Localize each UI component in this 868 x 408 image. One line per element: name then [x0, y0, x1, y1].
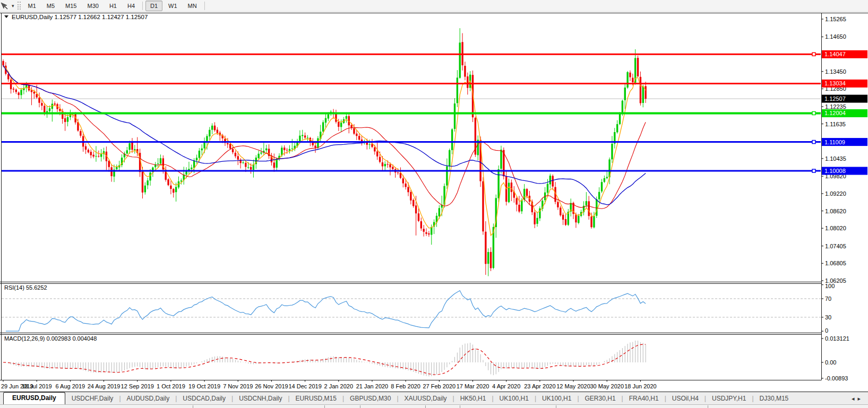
chart-tab-eurusd-m15[interactable]: EURUSD,M15: [290, 393, 342, 404]
svg-text:1.13034: 1.13034: [824, 80, 846, 86]
svg-text:1.12507: 1.12507: [824, 96, 846, 102]
crosshair-tool-button[interactable]: [0, 2, 10, 10]
timeframe-button-m15[interactable]: M15: [61, 1, 81, 11]
y-axis-tick-label: 1.08620: [825, 208, 846, 214]
chart-tab-ger30-h1[interactable]: GER30,H1: [580, 393, 621, 404]
chart-title: EURUSD,Daily 1.12577 1.12662 1.12427 1.1…: [4, 14, 148, 20]
chart-tab-gbpusd-m30[interactable]: GBPUSD,M30: [345, 393, 396, 404]
x-axis-date-label: 6 Aug 2019: [56, 383, 85, 389]
chart-tab-usoil-h4[interactable]: USOil,H4: [667, 393, 704, 404]
line-handle[interactable]: [812, 53, 815, 56]
y-axis-tick-label: 1.08020: [825, 225, 846, 231]
price-axis-label: 1.12507: [822, 95, 867, 103]
y-axis-tick-label: 1.14650: [825, 33, 846, 40]
status-strip-separator: [460, 405, 460, 408]
line-handle[interactable]: [812, 141, 815, 144]
rsi-axis-label: 30: [825, 314, 831, 320]
x-axis-date-label: 23 Apr 2020: [524, 383, 555, 389]
rsi-label: RSI(14) 55.6252: [4, 284, 47, 291]
macd-axis-label: -0.00893: [825, 375, 848, 381]
toolbar-divider: [142, 2, 143, 10]
x-axis-date-label: 30 May 2020: [590, 383, 624, 389]
chart-tab-fra40-h1[interactable]: FRA40,H1: [624, 393, 664, 404]
timeframe-button-mn[interactable]: MN: [183, 1, 202, 11]
chart-tab-xauusd-daily[interactable]: XAUUSD,Daily: [399, 393, 452, 404]
x-axis-date-label: 21 Jan 2020: [356, 383, 389, 389]
toolbar-grip-handle[interactable]: [18, 2, 21, 10]
status-strip-separator: [708, 405, 708, 408]
y-axis-tick-label: 1.13450: [825, 68, 846, 75]
price-axis-label: 1.11009: [822, 138, 867, 146]
chart-tab-hk50-h1[interactable]: HK50,H1: [455, 393, 492, 404]
chart-tab-audusd-daily[interactable]: AUDUSD,Daily: [122, 393, 175, 404]
y-axis-tick-label: 1.07405: [825, 243, 846, 249]
timeframe-toolbar: ▾ M1M5M15M30H1H4D1W1MN: [0, 0, 868, 12]
x-axis-date-label: 14 Dec 2019: [288, 383, 321, 389]
price-axis-label: 1.14047: [822, 50, 867, 58]
tab-scroll-arrows[interactable]: ◂▸: [852, 395, 864, 402]
line-handle[interactable]: [812, 169, 815, 172]
price-axis-label: 1.10008: [822, 167, 867, 175]
toolbar-divider: [204, 2, 205, 10]
price-chart-svg[interactable]: 1.152651.146501.134501.128501.122351.116…: [0, 12, 868, 392]
chart-tabs: EURUSD,DailyUSDCHF,Daily|AUDUSD,Daily|US…: [0, 392, 794, 404]
x-axis-date-label: 19 Oct 2019: [188, 383, 220, 389]
line-handle[interactable]: [812, 111, 815, 115]
macd-axis-label: 0.00: [825, 359, 836, 366]
chart-tab-dj30-m15[interactable]: DJ30,M15: [754, 393, 794, 404]
status-strip-separator: [193, 405, 193, 408]
trading-platform-window: ▾ M1M5M15M30H1H4D1W1MN 1.152651.146501.1…: [0, 0, 868, 408]
timeframe-buttons: M1M5M15M30H1H4D1W1MN: [23, 1, 207, 11]
timeframe-button-w1[interactable]: W1: [164, 1, 182, 11]
x-axis-date-label: 1 Oct 2019: [157, 383, 185, 389]
crosshair-tool-icon: [0, 2, 8, 10]
x-axis-date-label: 12 May 2020: [556, 383, 590, 389]
status-strip-separator: [360, 405, 360, 408]
chevron-down-icon[interactable]: ▾: [10, 3, 16, 8]
x-axis-date-label: 2 Jan 2020: [324, 383, 353, 389]
svg-text:1.11009: 1.11009: [824, 139, 845, 145]
x-axis-date-label: 12 Sep 2019: [121, 383, 154, 389]
chart-tab-usdcad-daily[interactable]: USDCAD,Daily: [177, 393, 231, 404]
timeframe-button-m1[interactable]: M1: [23, 1, 41, 11]
timeframe-button-d1[interactable]: D1: [145, 1, 162, 11]
chart-tab-bar: EURUSD,DailyUSDCHF,Daily|AUDUSD,Daily|US…: [0, 392, 868, 404]
symbol-ohlc-title: EURUSD,Daily 1.12577 1.12662 1.12427 1.1…: [12, 14, 148, 20]
timeframe-button-h4[interactable]: H4: [123, 1, 140, 11]
x-axis-date-label: 24 Aug 2019: [88, 383, 121, 389]
rsi-axis-label: 100: [825, 283, 835, 289]
rsi-axis-label: 0: [825, 327, 828, 334]
price-axis-label: 1.12004: [822, 109, 867, 117]
svg-text:1.12004: 1.12004: [824, 110, 846, 116]
status-strip: [0, 404, 868, 408]
chart-tab-uk100-h1[interactable]: UK100,H1: [494, 393, 534, 404]
price-axis-label: 1.13034: [822, 80, 867, 88]
chart-tab-uk100-h1[interactable]: UK100,H1: [537, 393, 577, 404]
x-axis-date-label: 17 Mar 2020: [457, 383, 489, 389]
timeframe-button-m5[interactable]: M5: [42, 1, 59, 11]
status-strip-separator: [425, 405, 426, 408]
chart-tab-usdcnh-daily[interactable]: USDCNH,Daily: [234, 393, 287, 404]
y-axis-tick-label: 1.15265: [825, 16, 846, 22]
chart-tab-usdchf-daily[interactable]: USDCHF,Daily: [66, 393, 119, 404]
tab-scroll-left-icon[interactable]: ◂: [852, 395, 858, 402]
y-axis-tick-label: 1.10435: [825, 155, 846, 162]
chart-tab-usdjpy-h1[interactable]: USDJPY,H1: [707, 393, 751, 404]
y-axis-tick-label: 1.11635: [825, 121, 846, 127]
timeframe-button-m30[interactable]: M30: [83, 1, 104, 11]
x-axis-date-label: 8 Feb 2020: [391, 383, 420, 389]
y-axis-tick-label: 1.12235: [825, 103, 846, 110]
y-axis-tick-label: 1.09220: [825, 190, 846, 197]
tab-scroll-right-icon[interactable]: ▸: [857, 395, 864, 402]
chart-tab-eurusd-daily[interactable]: EURUSD,Daily: [3, 392, 65, 404]
macd-label: MACD(12,26,9) 0.002983 0.004048: [4, 335, 97, 342]
x-axis-date-label: 26 Nov 2019: [255, 383, 288, 389]
x-axis-date-label: 27 Feb 2020: [423, 383, 456, 389]
x-axis-date-label: 4 Apr 2020: [492, 383, 520, 389]
x-axis-date-label: 18 Jun 2020: [624, 383, 657, 389]
status-strip-separator: [556, 405, 556, 408]
rsi-axis-label: 70: [825, 296, 831, 302]
svg-text:1.14047: 1.14047: [824, 51, 846, 57]
timeframe-button-h1[interactable]: H1: [105, 1, 122, 11]
x-axis-date-label: 18 Jul 2019: [22, 383, 52, 389]
